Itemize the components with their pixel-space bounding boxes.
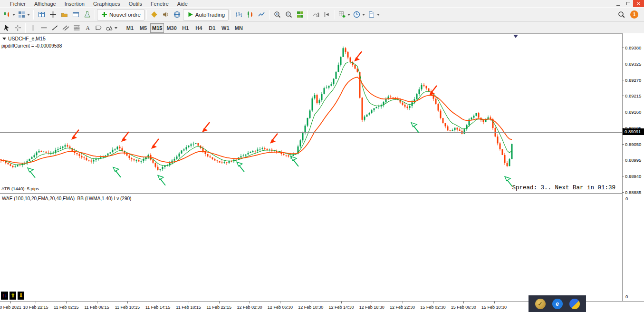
timeframe-m30-button[interactable]: M30: [164, 23, 178, 33]
auto-scroll-button[interactable]: [310, 9, 321, 20]
trendline-tool[interactable]: [49, 23, 60, 33]
coin-icon[interactable]: ✓: [535, 299, 546, 309]
price-axis[interactable]: 0 0 0.893800.893250.892700.892150.891600…: [622, 33, 644, 301]
chart-bars-button[interactable]: [233, 9, 244, 20]
price-axis-label: 0.89050: [625, 142, 641, 147]
timeframe-h4-button[interactable]: H4: [192, 23, 205, 33]
menu-item-insertion[interactable]: Insertion: [60, 0, 89, 7]
time-axis-label: 11 Feb 22:15: [207, 305, 231, 310]
arrow-glyph-icon: ⇩: [19, 292, 23, 300]
metaeditor-button[interactable]: [149, 9, 160, 20]
folder-icon: [61, 11, 68, 18]
template-icon: [368, 11, 375, 18]
time-axis-tick: [341, 302, 342, 303]
channel-tool[interactable]: [60, 23, 71, 33]
periods-button[interactable]: [352, 9, 366, 20]
menu-item-fenetre[interactable]: Fenetre: [146, 0, 173, 7]
crosshair-tool[interactable]: [12, 23, 23, 33]
timeframe-m1-button[interactable]: M1: [124, 23, 136, 33]
current-price-badge: 0.89091: [623, 128, 644, 135]
shapes-tool[interactable]: [104, 23, 119, 33]
close-button[interactable]: ✕: [633, 0, 644, 7]
time-axis-label: 0 Feb 2021: [0, 305, 21, 310]
timeframe-w1-button[interactable]: W1: [219, 23, 232, 33]
price-axis-label: 0.88885: [625, 190, 641, 195]
chart-candles-button[interactable]: [244, 9, 256, 20]
navigator-button[interactable]: [58, 9, 70, 20]
menu-item-aide[interactable]: Aide: [173, 0, 192, 7]
time-axis-tick: [463, 302, 464, 303]
svg-text:A: A: [86, 25, 90, 31]
drawing-toolbar: A M1M5M15M30H1H4D1W1MN: [0, 22, 644, 33]
price-axis-label: 0.88995: [625, 157, 641, 163]
main-toolbar: Nouvel ordreAutoTrading 1: [0, 7, 644, 22]
zoom-out-button[interactable]: [283, 9, 294, 20]
gridplus-icon: [338, 11, 346, 18]
tile-windows-button[interactable]: [294, 9, 306, 20]
hline-icon: [40, 24, 48, 31]
price-axis-label: 0.89270: [625, 78, 641, 83]
timeframe-mn-button[interactable]: MN: [232, 23, 245, 33]
globe-icon: [173, 11, 181, 18]
arrow-down-button[interactable]: ⇩: [18, 292, 24, 300]
chart-shift-marker-icon[interactable]: [513, 35, 518, 38]
menu-item-outils[interactable]: Outils: [125, 0, 146, 7]
timeframe-d1-button[interactable]: D1: [206, 23, 219, 33]
drawing-tools: A: [1, 23, 119, 33]
timeframe-h1-button[interactable]: H1: [179, 23, 192, 33]
maximize-button[interactable]: [623, 0, 633, 7]
wae-indicator-pane[interactable]: WAE (100,10,20,EMA,20,40,EMA) BB (LWMA,1…: [0, 194, 622, 301]
cursor-tool[interactable]: [1, 23, 12, 33]
news-button[interactable]: [172, 9, 183, 20]
menu-item-fichier[interactable]: Fichier: [6, 0, 30, 7]
label-tool[interactable]: [93, 23, 104, 33]
new-chart-button[interactable]: [2, 9, 17, 20]
chart-shift-button[interactable]: [321, 9, 333, 20]
browser-e-icon[interactable]: e: [552, 299, 563, 309]
data-window-button[interactable]: [47, 9, 58, 20]
time-axis-tick: [250, 302, 250, 303]
menu-item-graphiques[interactable]: Graphiques: [89, 0, 125, 7]
price-chart-pane[interactable]: USDCHF_e,M15 pipdiffCurrent = -0.0000953…: [0, 33, 622, 193]
zoom-in-button[interactable]: [271, 9, 283, 20]
wae-indicator-label: WAE (100,10,20,EMA,20,40,EMA) BB (LWMA,1…: [2, 196, 131, 201]
bars-icon: [235, 11, 242, 18]
chart-canvas[interactable]: [0, 34, 622, 193]
indicators-button[interactable]: [337, 9, 352, 20]
vertical-line-tool[interactable]: [28, 23, 38, 33]
horizontal-line-tool[interactable]: [38, 23, 49, 33]
fibonacci-tool[interactable]: [71, 23, 82, 33]
terminal-button[interactable]: [70, 9, 81, 20]
arrow-up-button[interactable]: ⇧: [10, 292, 16, 300]
cross-icon: [49, 11, 57, 18]
color-app-icon[interactable]: [569, 299, 580, 309]
profiles-button[interactable]: [17, 9, 31, 20]
timeframe-m5-button[interactable]: M5: [137, 23, 150, 33]
time-axis-label: 15 Feb 02:30: [420, 305, 445, 310]
textA-icon: A: [84, 24, 91, 31]
sounds-button[interactable]: [160, 9, 172, 20]
time-axis-label: 12 Feb 06:30: [268, 305, 293, 310]
autotrading-button[interactable]: AutoTrading: [183, 9, 229, 20]
minimize-button[interactable]: [613, 0, 623, 7]
market-watch-button[interactable]: [36, 9, 47, 20]
strategy-tester-button[interactable]: [81, 9, 93, 20]
chart-line-button[interactable]: [256, 9, 267, 20]
menu-item-affichage[interactable]: Affichage: [30, 0, 60, 7]
time-axis-tick: [127, 302, 128, 303]
search-button[interactable]: [615, 9, 627, 20]
time-axis-tick: [66, 302, 67, 303]
text-tool[interactable]: A: [82, 23, 93, 33]
new-order-button[interactable]: Nouvel ordre: [97, 9, 144, 20]
tiles-icon: [297, 11, 304, 18]
linechart-icon: [258, 11, 265, 18]
timeframe-m15-button[interactable]: M15: [150, 23, 164, 33]
notification-badge[interactable]: 1: [630, 10, 638, 19]
time-axis-tick: [36, 302, 36, 303]
arrows-updown-button[interactable]: ↑↓: [1, 292, 8, 300]
cursor-icon: [3, 24, 10, 31]
templates-button[interactable]: [366, 9, 381, 20]
time-axis-label: 12 Feb 14:30: [328, 305, 354, 310]
toolbar-separator: [146, 10, 147, 20]
close-icon: ✕: [636, 1, 640, 6]
